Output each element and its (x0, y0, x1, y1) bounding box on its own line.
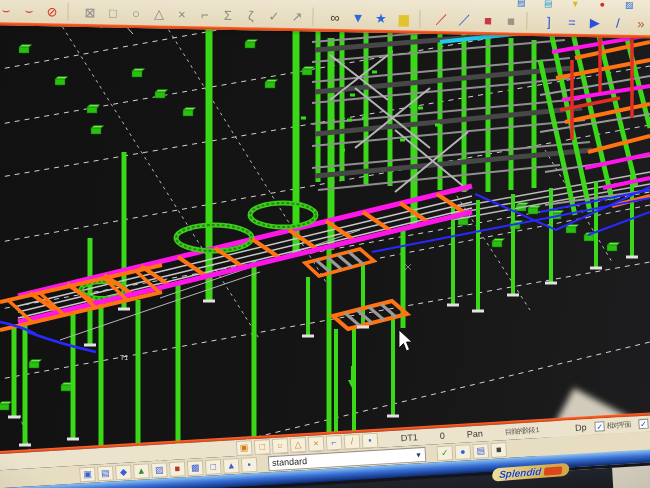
select-assembly-icon[interactable]: ▲ (223, 457, 240, 473)
select-obj-icon[interactable]: □ (205, 459, 222, 475)
sticker-badge (544, 466, 562, 475)
status-field-mode: Pan (467, 428, 484, 439)
platform-frames (305, 249, 407, 329)
select-bolts-icon[interactable]: ▲ (133, 463, 150, 479)
arc-tool-icon[interactable]: ⌣ (0, 1, 17, 20)
snap-points-icon[interactable]: ▣ (236, 440, 253, 456)
chevron-down-icon: ▼ (415, 451, 422, 458)
snap-tri-icon[interactable]: △ (290, 436, 307, 452)
select-comp-icon[interactable]: ▩ (187, 460, 204, 476)
snap-reference-icon[interactable]: ⊠ (79, 2, 100, 21)
select-parts-icon[interactable]: ▤ (97, 465, 114, 481)
binoculars-icon[interactable]: ∞ (324, 7, 345, 26)
fast-forward-icon[interactable]: » (630, 13, 650, 32)
snap-geometry-icon[interactable]: □ (102, 3, 123, 22)
selection-filter-value: standard (272, 456, 308, 468)
doc-icon[interactable]: ▤ (472, 443, 489, 459)
swatch-red-icon[interactable]: ■ (477, 10, 498, 29)
toolbar-separator (419, 10, 426, 28)
snap-cross-marker (405, 264, 411, 270)
monitor-photo: 3 7 T1 ▤▤▼●▨ ⌣⌣⊘⊠□○△×⌐Σζ✓↗∞▼★▆／／■■]=▶/»|… (0, 0, 650, 488)
check-icon[interactable]: ✓ (263, 6, 284, 25)
select-grid-icon[interactable]: ■ (169, 461, 186, 477)
mouse-cursor (399, 330, 412, 351)
snap-center-icon[interactable]: ○ (125, 3, 146, 22)
spark-icon[interactable]: ★ (370, 8, 391, 27)
dark-icon[interactable]: ■ (490, 442, 507, 458)
status-field-phase: 目前的阶段 1 (504, 425, 538, 437)
select-welds-icon[interactable]: ◆ (115, 464, 132, 480)
slash-icon[interactable]: / (607, 13, 628, 32)
snap-end-icon[interactable]: □ (254, 439, 271, 455)
snap-mid-icon[interactable]: ○ (272, 438, 289, 454)
snap-line-icon[interactable]: / (344, 433, 361, 449)
note-icon[interactable]: ▆ (393, 9, 414, 28)
select-points-icon[interactable]: ▨ (151, 462, 168, 478)
arrow-ne-icon[interactable]: ↗ (286, 6, 307, 25)
snap-perp-icon[interactable]: ⌐ (326, 434, 343, 450)
select-single-icon[interactable]: ▪ (241, 456, 258, 472)
dash-icon[interactable]: = (561, 12, 582, 31)
swatch-gray-icon[interactable]: ■ (500, 11, 521, 30)
toggle-work-plane[interactable]: ✓ 工作平面 (638, 417, 650, 429)
arc-tool2-icon[interactable]: ⌣ (18, 1, 39, 20)
erase-icon[interactable]: ⊘ (41, 2, 62, 21)
apply-check-icon[interactable]: ✓ (436, 445, 453, 461)
checkbox-checked-icon[interactable]: ✓ (638, 419, 649, 430)
toolbar-separator (526, 12, 533, 30)
bracket-icon[interactable]: ] (538, 12, 559, 31)
toolbar-separator (67, 3, 74, 21)
axis-label: T1 (120, 354, 128, 361)
snap-intersection-icon[interactable]: × (171, 4, 192, 23)
snap-perpendicular-icon[interactable]: ⌐ (194, 5, 215, 24)
sum-icon[interactable]: Σ (217, 5, 238, 24)
flag-icon[interactable]: ▶ (584, 12, 605, 31)
status-field-zero: 0 (440, 431, 446, 441)
pen-red-icon[interactable]: ／ (431, 9, 452, 28)
snap-nearest-icon[interactable]: ζ (240, 6, 261, 25)
toggle-relative-plane[interactable]: ✓ 相对平面 (594, 420, 631, 432)
snap-any-icon[interactable]: ▪ (362, 432, 379, 448)
globe-icon[interactable]: ● (454, 444, 471, 460)
snap-x-icon[interactable]: × (308, 435, 325, 451)
toolbar-separator (312, 8, 319, 26)
status-field-dt: DT1 (401, 432, 419, 443)
snap-corner-icon[interactable]: △ (148, 4, 169, 23)
dp-label: Dp (575, 422, 587, 433)
pen-blue-icon[interactable]: ／ (454, 10, 475, 29)
checkbox-checked-icon[interactable]: ✓ (594, 421, 605, 432)
filter-icon[interactable]: ▼ (347, 8, 368, 27)
select-all-icon[interactable]: ▣ (79, 466, 96, 482)
